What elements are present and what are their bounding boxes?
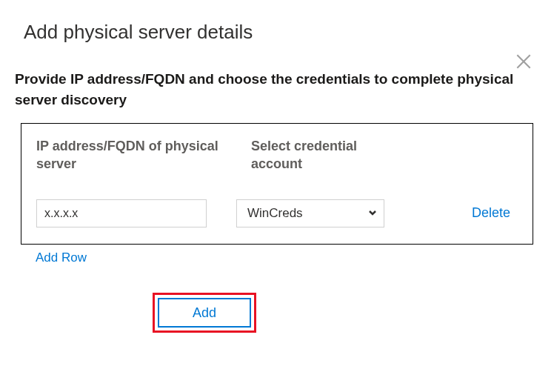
- column-header-credential: Select credential account: [251, 137, 399, 173]
- credential-select[interactable]: WinCreds: [236, 199, 384, 227]
- ip-address-input[interactable]: [36, 199, 207, 227]
- description-text: Provide IP address/FQDN and choose the c…: [0, 44, 554, 110]
- server-table: IP address/FQDN of physical server Selec…: [21, 123, 533, 245]
- credential-select-wrap: WinCreds: [236, 199, 384, 227]
- close-icon[interactable]: [514, 52, 533, 74]
- page-title: Add physical server details: [0, 0, 554, 44]
- add-row-link[interactable]: Add Row: [36, 250, 554, 265]
- table-row: WinCreds Delete: [36, 199, 518, 227]
- add-button-highlight: Add: [153, 293, 256, 333]
- column-header-ip: IP address/FQDN of physical server: [36, 137, 221, 173]
- table-header-row: IP address/FQDN of physical server Selec…: [36, 137, 518, 173]
- add-button[interactable]: Add: [158, 298, 251, 328]
- delete-row-link[interactable]: Delete: [472, 205, 518, 221]
